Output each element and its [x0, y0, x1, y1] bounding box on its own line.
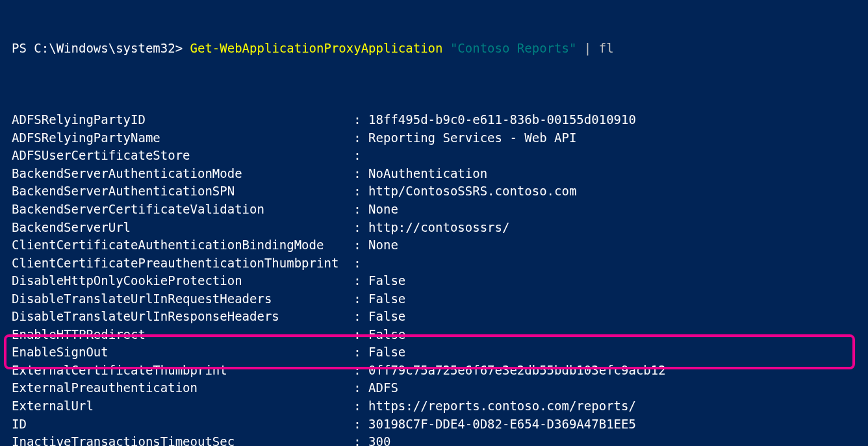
output-colon: :	[346, 256, 368, 270]
output-value: None	[368, 238, 398, 252]
output-value: False	[368, 291, 405, 306]
output-value: False	[368, 327, 405, 341]
output-value: ADFS	[368, 380, 398, 395]
output-row-adfsusercertificatestore: ADFSUserCertificateStore :	[12, 147, 863, 165]
output-key: ADFSRelyingPartyName	[12, 129, 346, 147]
output-value: https://reports.contoso.com/reports/	[368, 399, 636, 413]
output-colon: :	[346, 399, 368, 413]
output-key: BackendServerUrl	[12, 219, 346, 237]
output-value: http/ContosoSSRS.contoso.com	[368, 184, 576, 198]
output-row-enablehttpredirect: EnableHTTPRedirect : False	[12, 326, 863, 344]
output-row-id: ID : 30198C7F-DDE4-0D82-E654-D369A47B1EE…	[12, 415, 863, 434]
output-row-disabletranslateurlinrequestheaders: DisableTranslateUrlInRequestHeaders : Fa…	[12, 290, 863, 308]
output-key: ID	[12, 415, 346, 434]
output-colon: :	[346, 434, 368, 446]
output-value: NoAuthentication	[368, 166, 487, 180]
output-key: InactiveTransactionsTimeoutSec	[12, 433, 346, 446]
output-value: 18ff495d-b9c0-e611-836b-00155d010910	[368, 112, 636, 127]
output-row-backendserverurl: BackendServerUrl : http://contosossrs/	[12, 219, 863, 237]
output-row-backendservercertificatevalidation: BackendServerCertificateValidation : Non…	[12, 201, 863, 219]
output-colon: :	[346, 202, 368, 216]
output-colon: :	[346, 166, 368, 180]
output-key: BackendServerAuthenticationSPN	[12, 182, 346, 201]
output-row-disabletranslateurlinresponseheaders: DisableTranslateUrlInResponseHeaders : F…	[12, 308, 863, 326]
output-row-enablesignout: EnableSignOut : False	[12, 343, 863, 362]
output-row-inactivetransactionstimeoutsec: InactiveTransactionsTimeoutSec : 300	[12, 433, 863, 446]
output-key: ADFSUserCertificateStore	[12, 147, 346, 165]
output-colon: :	[346, 327, 368, 341]
output-colon: :	[346, 291, 368, 306]
output-key: EnableHTTPRedirect	[12, 326, 346, 344]
output-key: ADFSRelyingPartyID	[12, 111, 346, 129]
output-key: ClientCertificatePreauthenticationThumbp…	[12, 254, 346, 273]
output-value: 300	[368, 434, 390, 446]
output-colon: :	[346, 363, 368, 377]
output-key: DisableTranslateUrlInResponseHeaders	[12, 308, 346, 326]
output-colon: :	[346, 309, 368, 323]
output-row-externalcertificatethumbprint: ExternalCertificateThumbprint : 0ff79c75…	[12, 362, 863, 380]
output-row-disablehttponlycookieprotection: DisableHttpOnlyCookieProtection : False	[12, 272, 863, 290]
output-value: Reporting Services - Web API	[368, 130, 576, 145]
cmdlet-name: Get-WebApplicationProxyApplication	[190, 41, 450, 55]
output-row-backendserverauthenticationspn: BackendServerAuthenticationSPN : http/Co…	[12, 182, 863, 201]
output-colon: :	[346, 184, 368, 198]
output-key: DisableHttpOnlyCookieProtection	[12, 272, 346, 290]
output-row-externalurl: ExternalUrl : https://reports.contoso.co…	[12, 397, 863, 415]
output-row-adfsrelyingpartyid: ADFSRelyingPartyID : 18ff495d-b9c0-e611-…	[12, 111, 863, 129]
output-key: EnableSignOut	[12, 343, 346, 362]
output-colon: :	[346, 130, 368, 145]
output-row-backendserverauthenticationmode: BackendServerAuthenticationMode : NoAuth…	[12, 165, 863, 183]
output-value: False	[368, 273, 405, 288]
output-block: ADFSRelyingPartyID : 18ff495d-b9c0-e611-…	[12, 111, 863, 446]
output-key: DisableTranslateUrlInRequestHeaders	[12, 290, 346, 308]
output-key: BackendServerCertificateValidation	[12, 201, 346, 219]
command-line: PS C:\Windows\system32> Get-WebApplicati…	[12, 40, 863, 58]
output-row-adfsrelyingpartyname: ADFSRelyingPartyName : Reporting Service…	[12, 129, 863, 147]
output-value: False	[368, 309, 405, 323]
output-key: ExternalUrl	[12, 397, 346, 415]
output-colon: :	[346, 238, 368, 252]
cmdlet-argument: "Contoso Reports"	[450, 41, 576, 55]
output-row-externalpreauthentication: ExternalPreauthentication : ADFS	[12, 379, 863, 397]
output-value: 30198C7F-DDE4-0D82-E654-D369A47B1EE5	[368, 417, 636, 431]
cmdlet-pipe: | fl	[576, 41, 613, 55]
output-key: ExternalCertificateThumbprint	[12, 362, 346, 380]
output-key: ExternalPreauthentication	[12, 379, 346, 397]
output-colon: :	[346, 273, 368, 288]
output-value: None	[368, 202, 398, 216]
output-value: http://contosossrs/	[368, 220, 509, 234]
output-colon: :	[346, 148, 368, 162]
output-row-clientcertificateauthenticationbindingmode: ClientCertificateAuthenticationBindingMo…	[12, 236, 863, 254]
output-key: ClientCertificateAuthenticationBindingMo…	[12, 236, 346, 254]
output-row-clientcertificatepreauthenticationthumbprint: ClientCertificatePreauthenticationThumbp…	[12, 254, 863, 273]
output-colon: :	[346, 380, 368, 395]
output-colon: :	[346, 345, 368, 359]
output-colon: :	[346, 417, 368, 431]
output-key: BackendServerAuthenticationMode	[12, 165, 346, 183]
output-colon: :	[346, 112, 368, 127]
output-colon: :	[346, 220, 368, 234]
output-value: 0ff79c75a725e6f67e3e2db55bdb103efc9acb12	[368, 363, 666, 377]
prompt-prefix: PS C:\Windows\system32>	[12, 41, 190, 55]
output-value: False	[368, 345, 405, 359]
powershell-terminal[interactable]: PS C:\Windows\system32> Get-WebApplicati…	[0, 0, 868, 446]
